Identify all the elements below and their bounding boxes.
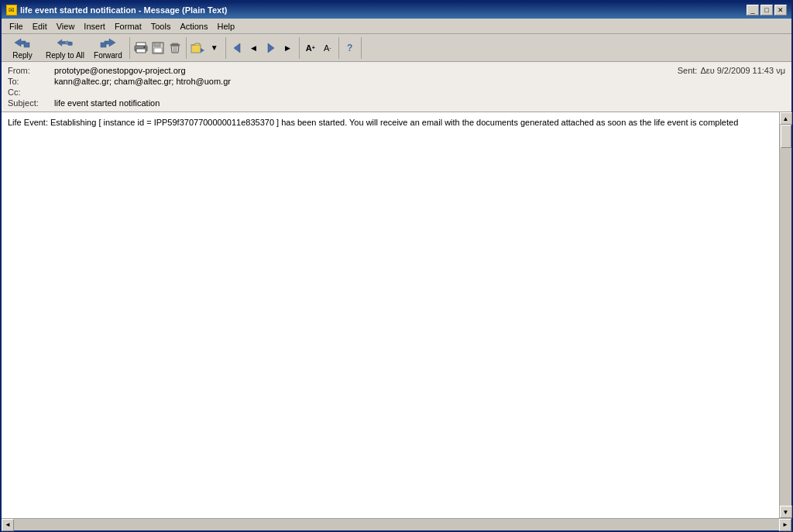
to-value: kann@altec.gr; cham@altec.gr; htroh@uom.… xyxy=(54,77,785,86)
svg-marker-21 xyxy=(234,43,240,53)
separator-6 xyxy=(361,37,362,59)
svg-rect-13 xyxy=(154,48,162,53)
svg-rect-12 xyxy=(154,43,160,46)
svg-rect-6 xyxy=(101,43,106,47)
decrease-font-button[interactable]: A- xyxy=(320,40,335,56)
help-button[interactable]: ? xyxy=(342,40,358,56)
menu-help[interactable]: Help xyxy=(212,20,239,33)
h-scroll-track[interactable] xyxy=(14,519,779,530)
email-body: Life Event: Establishing [ instance id =… xyxy=(2,112,779,518)
svg-rect-1 xyxy=(24,43,29,47)
prev-message-button[interactable] xyxy=(229,40,245,56)
save-button[interactable] xyxy=(150,40,166,56)
print-button[interactable] xyxy=(133,40,149,56)
move-button[interactable] xyxy=(190,40,205,56)
svg-rect-19 xyxy=(191,45,201,53)
window-icon: ✉ xyxy=(6,5,17,15)
subject-value: life event started notification xyxy=(54,98,785,108)
prev-arrow[interactable]: ◀ xyxy=(246,40,262,56)
scroll-thumb[interactable] xyxy=(781,125,791,148)
vertical-scrollbar: ▲ ▼ xyxy=(779,112,791,518)
menu-edit[interactable]: Edit xyxy=(28,20,52,33)
separator-3 xyxy=(225,37,226,59)
sent-value: Δευ 9/2/2009 11:43 νμ xyxy=(700,66,785,75)
scroll-right-button[interactable]: ► xyxy=(779,519,791,531)
minimize-button[interactable]: _ xyxy=(747,5,759,15)
to-label: To: xyxy=(8,77,54,86)
email-header: From: prototype@onestopgov-project.org S… xyxy=(2,62,791,112)
reply-button[interactable]: Reply xyxy=(5,34,40,62)
from-value: prototype@onestopgov-project.org xyxy=(54,66,678,75)
menu-view[interactable]: View xyxy=(52,20,80,33)
menu-format[interactable]: Format xyxy=(110,20,146,33)
svg-line-16 xyxy=(173,46,174,52)
title-bar: ✉ life event started notification - Mess… xyxy=(2,2,791,19)
forward-label: Forward xyxy=(94,51,122,60)
separator-2 xyxy=(186,37,187,59)
menu-actions[interactable]: Actions xyxy=(175,20,212,33)
body-area: Life Event: Establishing [ instance id =… xyxy=(2,112,791,518)
reply-all-label: Reply to All xyxy=(46,51,84,60)
title-bar-controls: _ □ ✕ xyxy=(747,5,787,15)
separator-5 xyxy=(338,37,339,59)
reply-icon xyxy=(15,36,30,50)
restore-button[interactable]: □ xyxy=(760,5,773,15)
from-label: From: xyxy=(8,66,54,75)
forward-icon xyxy=(100,36,115,50)
sent-label: Sent: xyxy=(678,66,698,75)
svg-rect-9 xyxy=(136,49,146,53)
menu-insert[interactable]: Insert xyxy=(79,20,110,33)
scroll-track[interactable] xyxy=(780,125,791,506)
cc-label: Cc: xyxy=(8,88,54,97)
next-message-button[interactable] xyxy=(263,40,279,56)
flag-button[interactable]: ▼ xyxy=(207,40,222,56)
title-bar-left: ✉ life event started notification - Mess… xyxy=(6,5,228,15)
toolbar: Reply Reply to All Forward xyxy=(2,34,791,62)
next-arrow[interactable]: ▶ xyxy=(280,40,296,56)
svg-marker-22 xyxy=(268,43,274,53)
subject-row: Subject: life event started notification xyxy=(8,98,785,108)
window-title: life event started notification - Messag… xyxy=(20,5,228,15)
close-button[interactable]: ✕ xyxy=(774,5,787,15)
scroll-left-button[interactable]: ◄ xyxy=(2,519,14,531)
separator-4 xyxy=(299,37,300,59)
reply-label: Reply xyxy=(12,51,33,60)
svg-marker-20 xyxy=(201,48,204,53)
increase-font-button[interactable]: A+ xyxy=(303,40,318,56)
svg-rect-15 xyxy=(170,44,180,45)
main-window: ✉ life event started notification - Mess… xyxy=(0,0,793,532)
cc-row: Cc: xyxy=(8,87,785,98)
svg-line-18 xyxy=(176,46,177,52)
menu-file[interactable]: File xyxy=(5,20,28,33)
menu-tools[interactable]: Tools xyxy=(146,20,176,33)
forward-button[interactable]: Forward xyxy=(90,34,126,62)
from-row: From: prototype@onestopgov-project.org S… xyxy=(8,65,785,76)
subject-label: Subject: xyxy=(8,98,54,108)
reply-all-button[interactable]: Reply to All xyxy=(42,34,88,62)
horizontal-scrollbar: ◄ ► xyxy=(2,518,791,530)
menu-bar: File Edit View Insert Format Tools Actio… xyxy=(2,19,791,34)
svg-rect-10 xyxy=(143,46,146,48)
email-body-text: Life Event: Establishing [ instance id =… xyxy=(8,118,738,127)
delete-button[interactable] xyxy=(167,40,183,56)
scroll-up-button[interactable]: ▲ xyxy=(780,112,792,125)
separator-1 xyxy=(129,37,130,59)
svg-rect-4 xyxy=(68,42,72,45)
reply-all-icon xyxy=(57,36,73,50)
to-row: To: kann@altec.gr; cham@altec.gr; htroh@… xyxy=(8,76,785,87)
scroll-down-button[interactable]: ▼ xyxy=(780,506,792,518)
